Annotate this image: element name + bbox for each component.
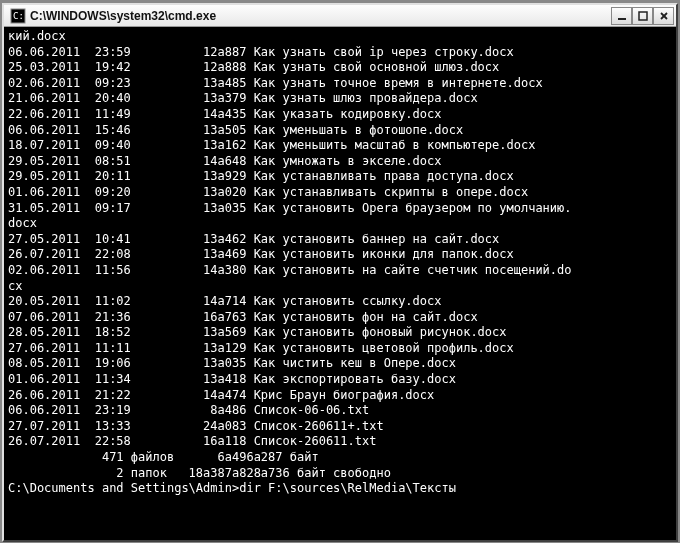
svg-rect-3: [639, 12, 647, 20]
window-controls: [611, 7, 674, 25]
output-line: 22.06.2011 11:49 14а435 Как указать коди…: [8, 107, 672, 123]
cmd-icon: C:: [10, 8, 26, 24]
output-line: 01.06.2011 11:34 13а418 Как экспортирова…: [8, 372, 672, 388]
output-line: 26.07.2011 22:08 13а469 Как установить и…: [8, 247, 672, 263]
maximize-button[interactable]: [632, 7, 653, 25]
output-line: 02.06.2011 11:56 14а380 Как установить н…: [8, 263, 672, 279]
output-line: 06.06.2011 23:19 8а486 Список-06-06.txt: [8, 403, 672, 419]
output-line: cx: [8, 279, 672, 295]
output-line: 27.07.2011 13:33 24а083 Список-260611+.t…: [8, 419, 672, 435]
output-line: 18.07.2011 09:40 13а162 Как уменьшить ма…: [8, 138, 672, 154]
output-line: 20.05.2011 11:02 14а714 Как установить с…: [8, 294, 672, 310]
output-line: 02.06.2011 09:23 13а485 Как узнать точно…: [8, 76, 672, 92]
output-line: docx: [8, 216, 672, 232]
output-line: 29.05.2011 08:51 14а648 Как умножать в э…: [8, 154, 672, 170]
output-line: 2 папок 18а387а828а736 байт свободно: [8, 466, 672, 482]
output-line: 29.05.2011 20:11 13а929 Как устанавливат…: [8, 169, 672, 185]
output-line: 06.06.2011 23:59 12а887 Как узнать свой …: [8, 45, 672, 61]
output-line: 26.07.2011 22:58 16а118 Список-260611.tx…: [8, 434, 672, 450]
output-line: 07.06.2011 21:36 16а763 Как установить ф…: [8, 310, 672, 326]
output-line: 28.05.2011 18:52 13а569 Как установить ф…: [8, 325, 672, 341]
prompt-line: C:\Documents and Settings\Admin>dir F:\s…: [8, 481, 672, 497]
output-line: 27.06.2011 11:11 13а129 Как установить ц…: [8, 341, 672, 357]
cmd-window: C: C:\WINDOWS\system32\cmd.exe кий.docx0…: [2, 3, 678, 542]
console-output[interactable]: кий.docx06.06.2011 23:59 12а887 Как узна…: [4, 27, 676, 540]
output-line: 21.06.2011 20:40 13а379 Как узнать шлюз …: [8, 91, 672, 107]
minimize-button[interactable]: [611, 7, 632, 25]
output-line: 06.06.2011 15:46 13а505 Как уменьшать в …: [8, 123, 672, 139]
output-line: 01.06.2011 09:20 13а020 Как устанавливат…: [8, 185, 672, 201]
output-line: 471 файлов 6а496а287 байт: [8, 450, 672, 466]
output-line: 08.05.2011 19:06 13а035 Как чистить кеш …: [8, 356, 672, 372]
output-line: 31.05.2011 09:17 13а035 Как установить O…: [8, 201, 672, 217]
window-title: C:\WINDOWS\system32\cmd.exe: [30, 9, 611, 23]
svg-rect-2: [618, 18, 626, 20]
output-line: кий.docx: [8, 29, 672, 45]
output-line: 27.05.2011 10:41 13а462 Как установить б…: [8, 232, 672, 248]
svg-text:C:: C:: [13, 11, 24, 21]
output-line: 25.03.2011 19:42 12а888 Как узнать свой …: [8, 60, 672, 76]
close-button[interactable]: [653, 7, 674, 25]
output-line: 26.06.2011 21:22 14а474 Крис Браун биогр…: [8, 388, 672, 404]
titlebar[interactable]: C: C:\WINDOWS\system32\cmd.exe: [4, 5, 676, 27]
